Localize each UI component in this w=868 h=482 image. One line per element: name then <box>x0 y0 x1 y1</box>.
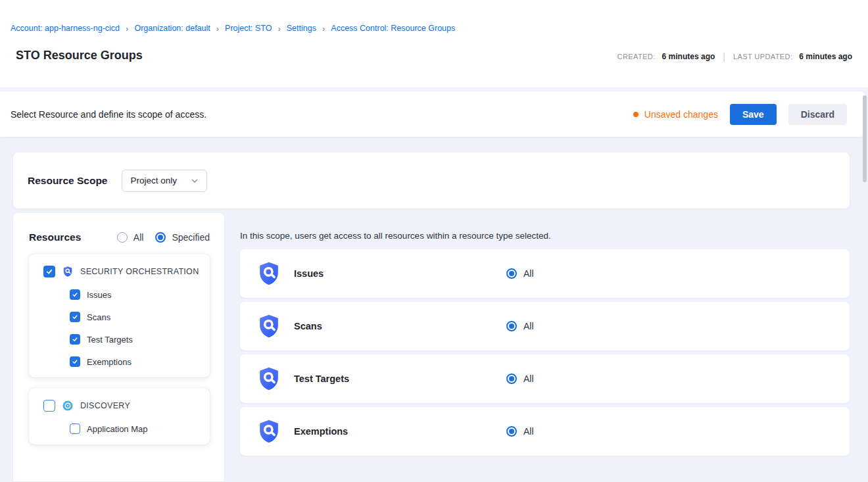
resource-card-test-targets: Test Targets All <box>240 354 850 403</box>
resource-scope-dropdown[interactable]: Project only <box>122 170 207 192</box>
radio-icon[interactable] <box>506 426 517 437</box>
resource-child-row: Scans <box>70 312 202 322</box>
toolbar: Select Resource and define its scope of … <box>0 91 865 137</box>
access-radio-label: All <box>523 374 534 384</box>
chevron-down-icon <box>191 177 199 185</box>
resource-card-label: Scans <box>294 321 506 331</box>
checkbox-scans[interactable] <box>70 312 80 322</box>
resource-child-label: Application Map <box>87 424 148 434</box>
access-radio-option[interactable]: All <box>506 374 534 384</box>
created-label: CREATED: <box>617 53 656 60</box>
last-updated-label: LAST UPDATED: <box>733 53 792 60</box>
toolbar-actions: Unsaved changes Save Discard <box>633 104 847 125</box>
sto-shield-icon <box>256 313 282 339</box>
checkbox-application-map[interactable] <box>70 423 80 434</box>
last-updated-value: 6 minutes ago <box>799 52 852 61</box>
resources-title: Resources <box>29 231 81 243</box>
discard-button[interactable]: Discard <box>788 104 847 125</box>
title-row: STO Resource Groups CREATED: 6 minutes a… <box>11 49 852 62</box>
access-radio-option[interactable]: All <box>506 321 534 331</box>
resource-group-card: SECURITY ORCHESTRATION Issues Scans Test… <box>29 254 210 377</box>
discovery-icon <box>62 400 74 412</box>
access-radio-option[interactable]: All <box>506 268 534 279</box>
radio-label: All <box>133 232 144 243</box>
radio-icon[interactable] <box>506 321 517 331</box>
unsaved-dot-icon <box>633 112 639 117</box>
breadcrumb-link[interactable]: Settings <box>287 24 316 33</box>
resource-child-row: Test Targets <box>70 334 202 345</box>
sto-shield-icon <box>62 266 74 277</box>
resource-child-row: Application Map <box>70 423 202 434</box>
resource-cards-container: Issues All Scans All Test Targets <box>240 249 850 456</box>
checkbox-group-security-orchestration[interactable] <box>43 266 55 277</box>
resources-radio-group: All Specified <box>117 232 210 243</box>
resource-child-label: Issues <box>87 290 112 300</box>
resource-group-label: SECURITY ORCHESTRATION <box>80 267 199 276</box>
breadcrumb-link[interactable]: Project: STO <box>225 24 272 33</box>
resource-child-row: Issues <box>70 289 202 300</box>
access-radio-option[interactable]: All <box>506 426 534 437</box>
resource-card-label: Exemptions <box>294 426 506 437</box>
sto-shield-icon <box>256 366 282 392</box>
resource-scope-label: Resource Scope <box>28 175 107 187</box>
meta-divider: | <box>723 51 725 62</box>
checkbox-group-discovery[interactable] <box>43 400 55 412</box>
resources-filter-radio-all[interactable]: All <box>117 232 144 243</box>
resource-groups-container: SECURITY ORCHESTRATION Issues Scans Test… <box>29 254 210 445</box>
access-radio-label: All <box>523 426 534 437</box>
unsaved-changes-indicator: Unsaved changes <box>633 109 718 120</box>
sto-shield-icon <box>256 418 282 445</box>
breadcrumb: Account: app-harness-ng-cicd›Organizatio… <box>11 24 852 33</box>
radio-label: Specified <box>172 232 210 243</box>
checkbox-exemptions[interactable] <box>70 356 80 367</box>
resources-filter-radio-specified[interactable]: Specified <box>155 232 210 243</box>
resource-child-label: Exemptions <box>87 357 132 367</box>
resource-card-label: Test Targets <box>294 374 506 384</box>
breadcrumb-separator-icon: › <box>216 24 219 33</box>
radio-icon[interactable] <box>506 374 517 384</box>
breadcrumb-link[interactable]: Access Control: Resource Groups <box>331 24 455 33</box>
resource-group-label: DISCOVERY <box>80 401 130 410</box>
content-row: Resources All Specified SECURITY ORCHEST… <box>13 213 850 481</box>
resource-child-label: Scans <box>87 312 110 322</box>
sto-shield-icon <box>256 260 282 287</box>
resource-group-card: DISCOVERY Application Map <box>29 388 210 445</box>
resource-scope-card: Resource Scope Project only <box>13 153 850 208</box>
resource-child-label: Test Targets <box>87 335 133 345</box>
breadcrumb-link[interactable]: Organization: default <box>134 24 210 33</box>
created-value: 6 minutes ago <box>662 52 715 61</box>
scope-note: In this scope, users get access to all r… <box>240 231 850 241</box>
resource-group-row: SECURITY ORCHESTRATION <box>43 266 202 277</box>
resources-panel: Resources All Specified SECURITY ORCHEST… <box>13 213 224 481</box>
checkbox-issues[interactable] <box>70 289 80 300</box>
meta-info: CREATED: 6 minutes ago | LAST UPDATED: 6… <box>617 51 852 62</box>
checkbox-test-targets[interactable] <box>70 334 80 345</box>
breadcrumb-separator-icon: › <box>322 24 325 33</box>
resource-group-row: DISCOVERY <box>43 400 202 412</box>
access-radio-label: All <box>523 268 534 279</box>
radio-icon[interactable] <box>155 232 166 243</box>
main-area: In this scope, users get access to all r… <box>240 213 850 460</box>
unsaved-changes-label: Unsaved changes <box>644 109 718 120</box>
save-button[interactable]: Save <box>730 104 777 125</box>
breadcrumb-separator-icon: › <box>126 24 128 33</box>
breadcrumb-link[interactable]: Account: app-harness-ng-cicd <box>11 24 120 33</box>
resources-header: Resources All Specified <box>29 231 210 243</box>
resource-card-scans: Scans All <box>240 302 850 350</box>
toolbar-description: Select Resource and define its scope of … <box>11 109 206 120</box>
page-header: Account: app-harness-ng-cicd›Organizatio… <box>0 0 868 87</box>
resource-scope-selected-value: Project only <box>130 176 177 185</box>
breadcrumb-separator-icon: › <box>277 24 280 33</box>
access-radio-label: All <box>523 321 534 331</box>
resource-card-issues: Issues All <box>240 249 850 298</box>
resource-child-row: Exemptions <box>70 356 202 367</box>
resource-card-exemptions: Exemptions All <box>240 407 850 456</box>
radio-icon[interactable] <box>117 232 128 243</box>
resource-card-label: Issues <box>294 268 506 279</box>
radio-icon[interactable] <box>506 268 517 279</box>
vertical-scrollbar-thumb[interactable] <box>863 95 867 182</box>
page-title: STO Resource Groups <box>16 49 143 62</box>
